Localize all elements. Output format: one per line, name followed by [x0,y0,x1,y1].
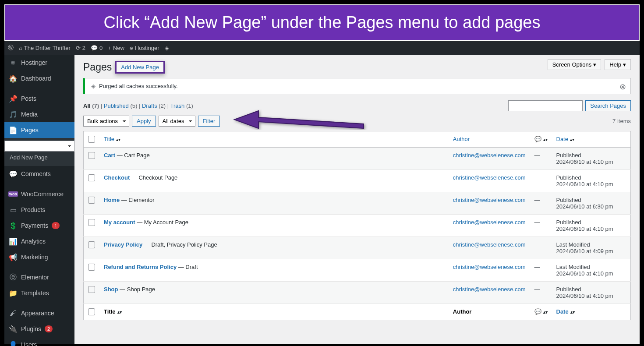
sidebar-templates[interactable]: 📁Templates [4,285,74,301]
elementor-icon: ⓔ [9,273,18,282]
col-comments[interactable]: 💬▴▾ [530,131,552,148]
sort-icon: ▴▾ [543,310,548,314]
date-status: Published [556,286,581,293]
comments-count: — [534,241,540,248]
sidebar-payments[interactable]: 💲Payments 1 [4,218,74,233]
sidebar-elementor[interactable]: ⓔElementor [4,269,74,285]
woo-icon: woo [9,190,18,198]
search-pages-button[interactable]: Search Pages [585,100,631,111]
sidebar-marketing[interactable]: 📢Marketing [4,249,74,265]
select-all-checkbox[interactable] [88,136,95,143]
comments-count: — [534,174,540,181]
author-link[interactable]: christine@webselenese.com [453,241,526,248]
filter-button[interactable]: Filter [198,116,220,127]
col-author[interactable]: Author [449,304,530,320]
refresh-icon: ⟳ [76,45,81,51]
hostinger-link[interactable]: ⎈ Hostinger [130,45,159,51]
comments-link[interactable]: 💬 0 [91,45,103,51]
new-link[interactable]: + New [108,45,124,51]
select-all-checkbox[interactable] [88,308,95,315]
table-row: Refund and Returns Policy — Draft christ… [84,259,631,282]
sidebar-products[interactable]: ▭Products [4,202,74,218]
row-checkbox[interactable] [88,152,95,159]
author-link[interactable]: christine@webselenese.com [453,219,526,226]
sidebar-all-pages[interactable]: All Pages [4,141,74,152]
author-link[interactable]: christine@webselenese.com [453,264,526,270]
sidebar-users[interactable]: 👤Users [4,337,74,346]
col-comments[interactable]: 💬▴▾ [530,304,552,320]
col-author[interactable]: Author [449,131,530,148]
plus-icon: + [108,45,111,51]
author-link[interactable]: christine@webselenese.com [453,174,526,181]
page-title-link[interactable]: Privacy Policy [104,241,142,248]
sort-icon: ▴▾ [117,310,122,314]
sidebar-appearance[interactable]: 🖌Appearance [4,305,74,321]
table-row: Shop — Shop Page christine@webselenese.c… [84,282,631,304]
author-link[interactable]: christine@webselenese.com [453,286,526,293]
analytics-icon: 📊 [9,237,18,246]
date-status: Published [556,174,581,181]
author-link[interactable]: christine@webselenese.com [453,197,526,203]
dismiss-notice-button[interactable]: ⊗ [619,82,626,92]
chevron-down-icon: ▾ [593,61,596,68]
page-suffix: — Cart Page [115,152,150,159]
dashboard-icon: 🏠 [9,74,18,83]
home-icon: ⌂ [19,45,22,51]
hostinger-icon: ⎈ [130,45,133,51]
sidebar-dashboard[interactable]: 🏠Dashboard [4,71,74,86]
table-row: Cart — Cart Page christine@webselenese.c… [84,148,631,170]
col-date[interactable]: Date▴▾ [552,131,631,148]
row-checkbox[interactable] [88,219,95,226]
date-status: Last Modified [556,241,590,248]
screen-options-button[interactable]: Screen Options ▾ [548,59,602,70]
wp-logo[interactable]: ⓦ [8,44,14,52]
sidebar-posts[interactable]: 📌Posts [4,91,74,106]
sidebar-plugins[interactable]: 🔌Plugins 2 [4,321,74,337]
page-title-link[interactable]: Cart [104,152,115,159]
sort-icon: ▴▾ [116,137,120,142]
help-button[interactable]: Help ▾ [605,59,631,70]
apply-button[interactable]: Apply [132,116,156,127]
updates-link[interactable]: ⟳ 2 [76,45,85,51]
sidebar-media[interactable]: 🎵Media [4,106,74,122]
comments-count: — [534,264,540,270]
comment-icon: 💬 [91,45,98,51]
page-title-link[interactable]: Checkout [104,174,130,181]
sidebar-hostinger[interactable]: ⎈Hostinger [4,55,74,71]
sidebar-pages[interactable]: 📄Pages [4,122,74,138]
user-icon: 👤 [9,340,18,346]
search-input[interactable] [508,100,583,111]
page-title-link[interactable]: My account [104,219,135,226]
page-title-link[interactable]: Home [104,197,120,203]
elementor-toolbar[interactable]: ◈ [165,45,169,51]
site-link[interactable]: ⌂ The Drifter Thrifter [19,45,71,51]
filter-trash[interactable]: Trash (1) [170,102,193,109]
sidebar-woocommerce[interactable]: wooWooCommerce [4,186,74,202]
sidebar-add-new-page[interactable]: Add New Page [4,152,74,163]
brush-icon: 🖌 [9,309,18,318]
page-suffix: — Draft, Privacy Policy Page [142,241,217,248]
filter-published[interactable]: Published (5) [104,102,138,109]
add-new-page-button[interactable]: Add New Page [115,61,165,74]
comments-count: — [534,152,540,159]
sidebar-analytics[interactable]: 📊Analytics [4,233,74,249]
row-checkbox[interactable] [88,241,95,248]
dates-select[interactable]: All dates [159,116,195,127]
filter-drafts[interactable]: Drafts (2) [142,102,166,109]
date-value: 2024/06/10 at 4:10 pm [556,270,613,277]
row-checkbox[interactable] [88,286,95,293]
row-checkbox[interactable] [88,197,95,204]
col-date[interactable]: Date▴▾ [552,304,631,320]
sidebar-comments[interactable]: 💬Comments [4,166,74,182]
success-notice: ◈ Purged all caches successfully. ⊗ [83,78,631,94]
page-title-link[interactable]: Refund and Returns Policy [104,264,177,270]
bulk-actions-select[interactable]: Bulk actions [83,116,129,127]
author-link[interactable]: christine@webselenese.com [453,152,526,159]
row-checkbox[interactable] [88,264,95,271]
page-title-link[interactable]: Shop [104,286,118,293]
row-checkbox[interactable] [88,174,95,181]
col-title[interactable]: Title▴▾ [99,304,449,320]
badge: 1 [52,222,60,229]
col-title[interactable]: Title▴▾ [99,131,449,148]
filter-all[interactable]: All (7) [83,102,99,109]
